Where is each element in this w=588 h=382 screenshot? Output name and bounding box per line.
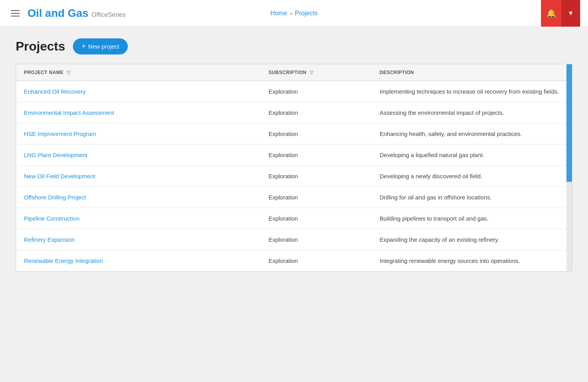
- scrollbar-thumb[interactable]: [566, 64, 572, 182]
- table-cell-project-name: New Oil Field Development: [16, 166, 261, 187]
- col-description-label: DESCRIPTION: [380, 70, 414, 75]
- hamburger-button[interactable]: [8, 7, 23, 20]
- table-cell-description: Building pipelines to transport oil and …: [372, 208, 572, 229]
- new-project-button[interactable]: + New project: [73, 38, 128, 54]
- table-cell-project-name: HSE Improvement Program: [16, 123, 261, 145]
- project-link[interactable]: Enhanced Oil Recovery: [24, 88, 86, 95]
- project-link[interactable]: Refinery Expansion: [24, 236, 75, 243]
- table-cell-description: Enhancing health, safety, and environmen…: [372, 123, 572, 145]
- table-row: Enhanced Oil RecoveryExplorationImplemen…: [16, 81, 572, 102]
- col-header-description: DESCRIPTION: [372, 64, 572, 81]
- col-header-subscription[interactable]: SUBSCRIPTION ▽: [261, 64, 372, 81]
- bell-icon: 🔔: [546, 9, 556, 18]
- table-cell-subscription: Exploration: [261, 229, 372, 250]
- subscription-value: Exploration: [269, 215, 298, 222]
- project-link[interactable]: Offshore Drilling Project: [24, 194, 86, 201]
- description-value: Implementing techniques to increase oil …: [380, 88, 559, 95]
- col-subscription-label: SUBSCRIPTION: [269, 70, 307, 75]
- brand-logo: Oil and Gas OfficeSeries: [27, 7, 125, 20]
- table-header: PROJECT NAME ▽ SUBSCRIPTION ▽ DESCRIPTIO…: [16, 64, 572, 81]
- table-body: Enhanced Oil RecoveryExplorationImplemen…: [16, 81, 572, 272]
- table-row: Renewable Energy IntegrationExplorationI…: [16, 250, 572, 272]
- table-cell-description: Implementing techniques to increase oil …: [372, 81, 572, 102]
- description-value: Enhancing health, safety, and environmen…: [380, 130, 522, 137]
- bell-button[interactable]: 🔔: [541, 0, 561, 27]
- subscription-value: Exploration: [269, 152, 298, 158]
- app-header: Oil and Gas OfficeSeries Home » Projects…: [0, 0, 588, 27]
- table-row: Refinery ExpansionExplorationExpanding t…: [16, 229, 572, 250]
- table-cell-description: Drilling for oil and gas in offshore loc…: [372, 187, 572, 208]
- project-link[interactable]: Environmental Impact Assessment: [24, 109, 114, 116]
- hamburger-line-2: [11, 13, 20, 14]
- table-cell-project-name: Environmental Impact Assessment: [16, 102, 261, 123]
- breadcrumb-separator: »: [290, 10, 293, 16]
- project-link[interactable]: Pipeline Construction: [24, 215, 80, 222]
- description-value: Expanding the capacity of an existing re…: [380, 236, 499, 243]
- main-content: Projects + New project PROJECT NAME ▽: [0, 27, 588, 382]
- table-cell-subscription: Exploration: [261, 81, 372, 102]
- table-cell-project-name: Refinery Expansion: [16, 229, 261, 250]
- description-value: Developing a newly discovered oil field.: [380, 173, 483, 179]
- table-cell-project-name: LNG Plant Development: [16, 145, 261, 166]
- table-cell-description: Assessing the environmental impact of pr…: [372, 102, 572, 123]
- project-link[interactable]: Renewable Energy Integration: [24, 257, 103, 264]
- description-value: Building pipelines to transport oil and …: [380, 215, 489, 222]
- table-cell-subscription: Exploration: [261, 166, 372, 187]
- breadcrumb: Home » Projects: [270, 10, 318, 17]
- table-cell-description: Expanding the capacity of an existing re…: [372, 229, 572, 250]
- brand-subtitle: OfficeSeries: [92, 11, 126, 18]
- description-value: Drilling for oil and gas in offshore loc…: [380, 194, 492, 201]
- table-cell-subscription: Exploration: [261, 208, 372, 229]
- hamburger-line-3: [11, 16, 20, 16]
- table-cell-description: Developing a newly discovered oil field.: [372, 166, 572, 187]
- table-cell-subscription: Exploration: [261, 102, 372, 123]
- table-cell-subscription: Exploration: [261, 123, 372, 145]
- subscription-value: Exploration: [269, 109, 298, 116]
- subscription-value: Exploration: [269, 130, 298, 137]
- subscription-value: Exploration: [269, 257, 298, 264]
- new-project-label: New project: [88, 43, 119, 50]
- table-row: HSE Improvement ProgramExplorationEnhanc…: [16, 123, 572, 145]
- description-value: Developing a liquefied natural gas plant…: [380, 152, 485, 158]
- table-cell-subscription: Exploration: [261, 250, 372, 272]
- brand-title: Oil and Gas: [27, 7, 89, 20]
- subscription-value: Exploration: [269, 194, 298, 201]
- table-cell-project-name: Offshore Drilling Project: [16, 187, 261, 208]
- projects-table: PROJECT NAME ▽ SUBSCRIPTION ▽ DESCRIPTIO…: [16, 64, 572, 271]
- table-cell-subscription: Exploration: [261, 145, 372, 166]
- col-header-project-name[interactable]: PROJECT NAME ▽: [16, 64, 261, 81]
- project-link[interactable]: HSE Improvement Program: [24, 130, 96, 137]
- hamburger-line-1: [11, 10, 20, 11]
- scrollbar-track[interactable]: [566, 64, 572, 271]
- table-row: New Oil Field DevelopmentExplorationDeve…: [16, 166, 572, 187]
- plus-icon: +: [82, 42, 86, 51]
- table-cell-description: Integrating renewable energy sources int…: [372, 250, 572, 272]
- projects-table-wrapper: PROJECT NAME ▽ SUBSCRIPTION ▽ DESCRIPTIO…: [16, 64, 572, 272]
- breadcrumb-home[interactable]: Home: [270, 10, 287, 17]
- table-row: Offshore Drilling ProjectExplorationDril…: [16, 187, 572, 208]
- table-row: Environmental Impact AssessmentExplorati…: [16, 102, 572, 123]
- table-cell-project-name: Enhanced Oil Recovery: [16, 81, 261, 102]
- project-name-filter-icon[interactable]: ▽: [67, 70, 71, 75]
- col-project-name-label: PROJECT NAME: [24, 70, 64, 75]
- subscription-value: Exploration: [269, 88, 298, 95]
- project-link[interactable]: New Oil Field Development: [24, 173, 95, 179]
- subscription-filter-icon[interactable]: ▽: [310, 70, 314, 75]
- page-title: Projects: [16, 39, 65, 54]
- table-cell-description: Developing a liquefied natural gas plant…: [372, 145, 572, 166]
- table-cell-subscription: Exploration: [261, 187, 372, 208]
- subscription-value: Exploration: [269, 173, 298, 179]
- table-cell-project-name: Renewable Energy Integration: [16, 250, 261, 272]
- table-row: LNG Plant DevelopmentExplorationDevelopi…: [16, 145, 572, 166]
- header-actions: 🔔 ▼: [541, 0, 580, 27]
- description-value: Integrating renewable energy sources int…: [380, 257, 520, 264]
- chevron-down-icon: ▼: [568, 10, 574, 17]
- breadcrumb-projects[interactable]: Projects: [295, 10, 318, 17]
- project-link[interactable]: LNG Plant Development: [24, 152, 87, 158]
- table-row: Pipeline ConstructionExplorationBuilding…: [16, 208, 572, 229]
- description-value: Assessing the environmental impact of pr…: [380, 109, 505, 116]
- page-header: Projects + New project: [16, 38, 572, 54]
- subscription-value: Exploration: [269, 236, 298, 243]
- table-cell-project-name: Pipeline Construction: [16, 208, 261, 229]
- user-dropdown-button[interactable]: ▼: [561, 0, 580, 27]
